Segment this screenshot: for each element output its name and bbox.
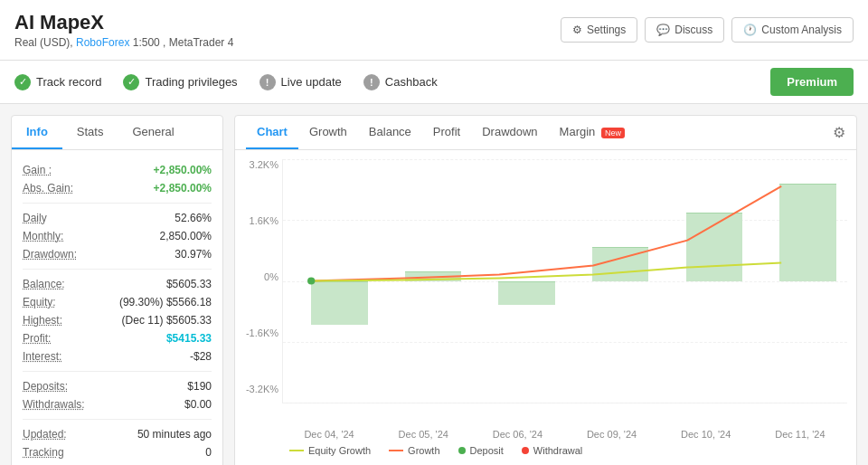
chart-tab-balance[interactable]: Balance [358,116,422,149]
info-label: Tracking [23,446,64,459]
deposit-dot-icon [458,447,466,454]
info-value: 0 [205,446,212,459]
discuss-label: Discuss [675,24,712,36]
settings-label: Settings [587,24,626,36]
subtitle-type: Real (USD), [14,36,73,49]
x-labels: Dec 04, '24 Dec 05, '24 Dec 06, '24 Dec … [282,425,847,440]
cashback-label: Cashback [385,75,438,89]
header-right: ⚙ Settings 💬 Discuss 🕐 Custom Analysis [561,17,854,43]
chat-icon: 💬 [656,24,670,36]
info-row: Gain :+2,850.00% [23,161,212,179]
divider-12 [23,371,212,372]
info-row: Equity:(99.30%) $5566.18 [23,293,212,311]
info-label: Equity: [23,296,56,308]
legend-equity-growth: Equity Growth [289,445,371,456]
info-row: Drawdown:30.97% [23,245,212,263]
x-label-1: Dec 05, '24 [399,429,448,440]
y-label-0: 3.2K% [235,159,278,170]
y-label-4: -3.2K% [235,384,278,394]
legend-withdrawal: Withdrawal [522,445,582,456]
settings-button[interactable]: ⚙ Settings [561,17,637,43]
check-icon-track: ✓ [14,74,31,90]
svg-point-0 [307,278,315,285]
chart-tab-chart[interactable]: Chart [246,116,298,149]
info-label: Deposits: [23,380,68,393]
main-content: Info Stats General Gain :+2,850.00%Abs. … [0,104,868,465]
info-value: +2,850.00% [154,164,212,176]
info-row: Highest:(Dec 11) $5605.33 [23,311,212,329]
info-row: Abs. Gain:+2,850.00% [23,179,212,197]
tab-general[interactable]: General [118,116,188,149]
left-panel: Info Stats General Gain :+2,850.00%Abs. … [11,115,223,465]
info-label: Interest: [23,350,61,363]
chart-tab-profit[interactable]: Profit [422,116,471,149]
discuss-button[interactable]: 💬 Discuss [645,17,724,43]
legend-growth: Growth [389,445,439,456]
live-update-label: Live update [281,75,342,89]
left-panel-tabs: Info Stats General [12,116,222,150]
x-label-5: Dec 11, '24 [775,429,825,440]
y-axis: 3.2K% 1.6K% 0% -1.6K% -3.2K% [235,150,282,403]
info-label: Updated: [23,428,67,441]
tab-info[interactable]: Info [12,116,62,149]
info-label: Withdrawals: [23,398,85,411]
info-label: Abs. Gain: [23,182,73,195]
info-row: Profit:$5415.33 [23,329,212,347]
chart-tab-drawdown[interactable]: Drawdown [471,116,548,149]
info-label: Balance: [23,278,65,290]
check-icon-trading: ✓ [123,74,139,90]
tab-stats[interactable]: Stats [62,116,118,149]
chart-tab-growth[interactable]: Growth [298,116,358,149]
warn-icon-cashback: ! [363,74,380,90]
info-row: Withdrawals:$0.00 [23,395,212,413]
track-record-label: Track record [36,75,101,89]
info-value: $5415.33 [166,332,212,345]
chart-legend: Equity Growth Growth Deposit Withdrawal [235,440,856,465]
header-left: AI MapeX Real (USD), RoboForex 1:500 , M… [14,11,233,49]
status-track-record: ✓ Track record [14,74,101,90]
x-label-4: Dec 10, '24 [681,429,731,440]
divider-6 [23,269,212,270]
grid-line-bot [283,403,847,403]
broker-link[interactable]: RoboForex [76,36,129,49]
page-title: AI MapeX [14,11,233,34]
withdrawal-dot-icon [522,447,529,454]
chart-settings-icon[interactable]: ⚙ [833,124,845,141]
info-value: $190 [187,380,212,393]
x-label-2: Dec 06, '24 [493,429,542,440]
trading-privileges-label: Trading privileges [145,75,237,89]
y-label-1: 1.6K% [235,215,278,226]
withdrawal-label: Withdrawal [533,445,582,456]
premium-button-wrapper: Premium [770,68,854,96]
y-label-2: 0% [235,271,278,282]
info-row: Tracking0 [23,443,212,461]
info-value: 50 minutes ago [137,428,212,441]
deposit-label: Deposit [470,445,504,456]
premium-button[interactable]: Premium [770,68,854,96]
growth-label: Growth [408,445,439,456]
info-value: 30.97% [175,248,212,261]
custom-analysis-button[interactable]: 🕐 Custom Analysis [731,17,854,43]
warn-icon-live: ! [259,74,276,90]
growth-line-icon [389,450,403,451]
info-value: 2,850.00% [160,230,212,242]
divider-2 [23,203,212,204]
chart-svg [283,159,847,403]
info-value: $5605.33 [166,278,212,290]
info-value: (Dec 11) $5605.33 [122,314,212,327]
custom-analysis-label: Custom Analysis [761,24,842,36]
chart-tab-margin[interactable]: Margin New [549,116,636,149]
status-live-update: ! Live update [259,74,342,90]
new-badge: New [601,128,625,138]
info-panel-content: Gain :+2,850.00%Abs. Gain:+2,850.00%Dail… [12,150,222,465]
status-cashback: ! Cashback [363,74,438,90]
right-panel: Chart Growth Balance Profit Drawdown Mar… [234,115,857,465]
info-label: Gain : [23,164,52,176]
gear-icon: ⚙ [572,24,582,36]
info-label: Monthly: [23,230,63,242]
chart-tabs: Chart Growth Balance Profit Drawdown Mar… [235,116,856,150]
subtitle: Real (USD), RoboForex 1:500 , MetaTrader… [14,36,233,49]
info-row: Interest:-$28 [23,347,212,365]
chart-inner [282,159,847,403]
divider-15 [23,419,212,420]
